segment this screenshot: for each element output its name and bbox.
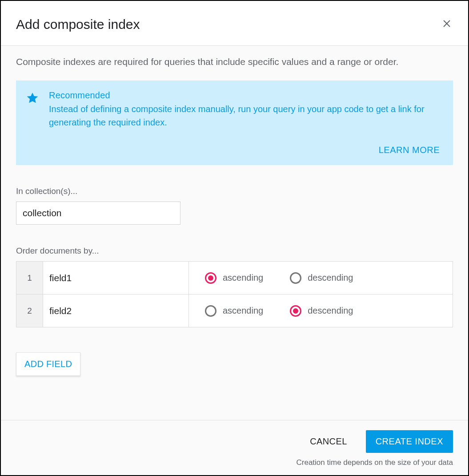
radio-icon	[205, 272, 216, 284]
info-body: Instead of defining a composite index ma…	[49, 102, 440, 129]
close-icon	[442, 19, 452, 30]
info-title: Recommended	[49, 90, 440, 101]
dialog-title: Add composite index	[16, 17, 140, 32]
radio-ascending[interactable]: ascending	[205, 305, 263, 317]
fields-table: 1 ascending descending	[16, 261, 453, 327]
radio-ascending[interactable]: ascending	[205, 272, 263, 284]
star-icon	[26, 91, 39, 105]
radio-label: descending	[308, 273, 353, 283]
footer-note: Creation time depends on the size of you…	[16, 458, 453, 467]
dialog-footer: CANCEL CREATE INDEX Creation time depend…	[1, 420, 468, 475]
cancel-button[interactable]: CANCEL	[307, 431, 350, 452]
radio-descending[interactable]: descending	[290, 272, 353, 284]
field-name-input[interactable]	[49, 294, 182, 327]
field-name-input[interactable]	[49, 262, 182, 294]
order-section: Order documents by... 1 ascending	[16, 246, 453, 376]
radio-label: descending	[308, 306, 353, 316]
add-field-button[interactable]: ADD FIELD	[16, 352, 80, 376]
radio-label: ascending	[223, 273, 263, 283]
close-button[interactable]	[441, 18, 453, 31]
dialog-body: Composite indexes are required for queri…	[1, 46, 468, 420]
recommended-info-box: Recommended Instead of defining a compos…	[16, 81, 453, 165]
field-row: 1 ascending descending	[16, 262, 453, 294]
learn-more-link[interactable]: LEARN MORE	[379, 145, 440, 155]
radio-icon	[290, 272, 301, 284]
field-row: 2 ascending descending	[16, 294, 453, 327]
radio-icon	[205, 305, 216, 317]
collection-label: In collection(s)...	[16, 186, 453, 196]
description-text: Composite indexes are required for queri…	[16, 56, 453, 67]
dialog-header: Add composite index	[1, 1, 468, 46]
radio-descending[interactable]: descending	[290, 305, 353, 317]
radio-label: ascending	[223, 306, 263, 316]
order-label: Order documents by...	[16, 246, 453, 256]
field-row-number: 2	[16, 294, 43, 327]
collection-input[interactable]	[16, 202, 180, 225]
collection-section: In collection(s)...	[16, 186, 453, 225]
field-row-number: 1	[16, 262, 43, 294]
create-index-button[interactable]: CREATE INDEX	[366, 430, 453, 453]
radio-icon	[290, 305, 301, 317]
